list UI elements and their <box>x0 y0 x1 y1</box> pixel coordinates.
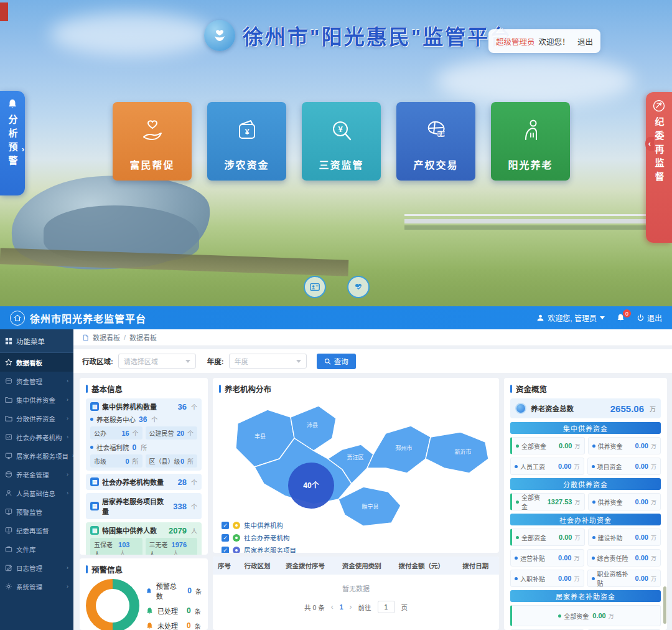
warning-info-title: 预警信息 <box>86 563 202 575</box>
sidebar-item-discipline-supervision[interactable]: 纪委再监督 <box>0 521 73 540</box>
stat-unit: 个 <box>191 502 197 511</box>
chevron-right-icon: › <box>67 415 68 421</box>
tile-fumin-bangcu[interactable]: 富民帮促 <box>113 102 192 181</box>
analysis-warning-tab[interactable]: 分析预警 › <box>0 91 25 195</box>
home-care-projects-card: ▤ 居家养老服务项目数量 338个 <box>86 493 202 519</box>
sidebar-item-home-care-projects[interactable]: 居家养老服务项目› <box>0 446 73 465</box>
prev-page-button[interactable]: ‹ <box>331 603 334 611</box>
sidebar: 功能菜单 数据看板 资金管理› 集中供养资金› 分散供养资金› 社会办养老机构› <box>0 329 73 630</box>
tile-sanzi-jianguan[interactable]: ¥ 三资监管 <box>302 102 381 181</box>
bridge <box>404 219 672 223</box>
sidebar-menu-header[interactable]: 功能菜单 <box>0 329 73 353</box>
health-heart-button[interactable] <box>347 276 370 298</box>
tile-chanquan-jiaoyi[interactable]: 交易 产权交易 <box>396 102 475 181</box>
doc-check-icon <box>5 433 12 441</box>
corner-flag <box>0 2 8 21</box>
sidebar-item-social-institutions[interactable]: 社会办养老机构› <box>0 428 73 446</box>
discipline-supervision-tab[interactable]: 纪委再监督 ‹ <box>646 92 672 243</box>
heart-hands-icon <box>353 281 364 293</box>
stat-label: 居家养老服务项目数量 <box>102 496 170 516</box>
region-select[interactable]: 请选择区域 <box>118 354 196 369</box>
chevron-right-icon: › <box>67 583 68 590</box>
fund-cell: 全部资金0.00万 <box>510 437 585 454</box>
tile-shenong-zijin[interactable]: ¥ 涉农资金 <box>207 102 286 181</box>
breadcrumb-separator: / <box>124 334 126 341</box>
checkbox-checked[interactable]: ✓ <box>222 522 229 529</box>
search-button[interactable]: 查询 <box>317 354 356 369</box>
fund-cell: 全部资金1327.53万 <box>510 493 585 510</box>
chevron-right-icon: › <box>67 378 68 384</box>
scrollbar-thumb[interactable] <box>663 586 666 624</box>
sidebar-item-personnel-info[interactable]: 人员基础信息› <box>0 484 73 502</box>
goto-page-input[interactable] <box>378 601 395 613</box>
hero-header: 徐州市"阳光惠民"监管平台 <box>204 20 512 51</box>
section-header-social-subsidy: 社会办补助资金 <box>510 514 661 525</box>
stat-value: 36 <box>139 415 147 424</box>
col-header-index: 序号 <box>213 557 239 575</box>
sidebar-item-central-care-funds[interactable]: 集中供养资金› <box>0 390 73 409</box>
checkbox-checked[interactable]: ✓ <box>222 547 229 553</box>
chevron-right-icon: › <box>67 471 68 477</box>
id-card-icon <box>309 281 320 293</box>
wallet-yuan-icon: ¥ <box>232 116 262 146</box>
fund-cell-full: 全部资金0.00万 <box>510 605 661 626</box>
hero-landing: 徐州市"阳光惠民"监管平台 超级管理员 欢迎您！ 退出 分析预警 › 纪委再监督… <box>0 0 672 306</box>
sidebar-item-funds-mgmt[interactable]: 资金管理› <box>0 372 73 390</box>
checkbox-checked[interactable]: ✓ <box>222 534 229 542</box>
hero-logout-button[interactable]: 退出 <box>577 35 593 47</box>
app-logo-icon <box>10 311 25 326</box>
col-header-region: 行政区划 <box>239 557 281 575</box>
folder-icon <box>5 396 12 403</box>
col-header-amount: 拨付金额（元） <box>394 557 458 575</box>
hero-user-box: 超级管理员 欢迎您！ 退出 <box>488 29 600 53</box>
stat-unit: 万 <box>650 404 656 413</box>
hero-platform-title: 徐州市"阳光惠民"监管平台 <box>243 21 512 50</box>
cloud <box>50 12 212 56</box>
pagination: 共 0 条 ‹ 1 › 前往 页 <box>213 599 499 613</box>
col-header-category: 资金使用类别 <box>337 557 394 575</box>
stat-label: 养老服务中心 <box>96 415 136 424</box>
sidebar-item-pension-mgmt[interactable]: 养老金管理› <box>0 465 73 484</box>
warning-total-row: 预警总数 0 条 <box>146 581 202 601</box>
warning-done-row: 已处理 0 条 <box>146 606 202 616</box>
page-number-button[interactable]: 1 <box>340 603 343 611</box>
tile-label: 富民帮促 <box>129 157 174 172</box>
user-menu[interactable]: 欢迎您, 管理员 <box>536 313 605 323</box>
chevron-down-icon <box>185 360 190 363</box>
stat-unit: 人 <box>191 526 197 535</box>
legend-social-institutions: ✓ 社会办养老机构 <box>222 533 296 542</box>
stat-chip: 区（县）级0 所 <box>146 454 198 468</box>
bell-icon <box>146 607 154 615</box>
welcome-text: 欢迎您！ <box>539 35 570 47</box>
xuzhou-districts-map[interactable]: 丰县 沛县 贾汪区 邳州市 新沂市 睢宁县 40个 <box>219 398 499 530</box>
id-card-button[interactable] <box>304 276 326 298</box>
tile-label: 产权交易 <box>413 157 458 172</box>
sidebar-item-system-mgmt[interactable]: 系统管理› <box>0 577 73 596</box>
sidebar-item-dispersed-care-funds[interactable]: 分散供养资金› <box>0 409 73 428</box>
stat-value: 0 <box>133 443 137 452</box>
stat-label: 集中供养机构数量 <box>102 402 157 411</box>
next-page-button[interactable]: › <box>350 603 352 611</box>
legend-label: 居家养老服务项目 <box>244 545 296 553</box>
logout-button[interactable]: 退出 <box>637 313 662 323</box>
tile-yangguang-yanglao[interactable]: 阳光养老 <box>491 102 570 181</box>
svg-text:¥: ¥ <box>245 128 249 136</box>
goto-unit-label: 页 <box>401 603 408 612</box>
sidebar-item-file-library[interactable]: 文件库 <box>0 540 73 558</box>
funds-table-panel: 序号 行政区划 资金拨付序号 资金使用类别 拨付金额（元） 拨付日期 暂无数据 … <box>213 557 499 630</box>
stat-chip: 公建民营20 个 <box>146 426 198 440</box>
institution-map-panel: 养老机构分布 <box>213 378 499 553</box>
year-select[interactable]: 年度 <box>229 354 307 369</box>
stat-label: 未处理 <box>157 621 178 630</box>
map-label-xinyi: 新沂市 <box>454 448 471 455</box>
yellow-pin-icon <box>233 522 240 529</box>
notifications-button[interactable]: 0 <box>616 313 625 322</box>
legend-home-care-projects: ✓ 居家养老服务项目 <box>222 545 296 553</box>
sidebar-item-log-mgmt[interactable]: 日志管理› <box>0 558 73 577</box>
sidebar-item-warning-supervision[interactable]: 预警监管 <box>0 502 73 521</box>
edit-icon <box>5 564 12 571</box>
party-emblem-icon <box>653 100 665 112</box>
sidebar-item-data-board[interactable]: 数据看板 <box>0 353 73 372</box>
breadcrumb-root[interactable]: 数据看板 <box>93 332 120 342</box>
title-accent <box>219 385 221 393</box>
